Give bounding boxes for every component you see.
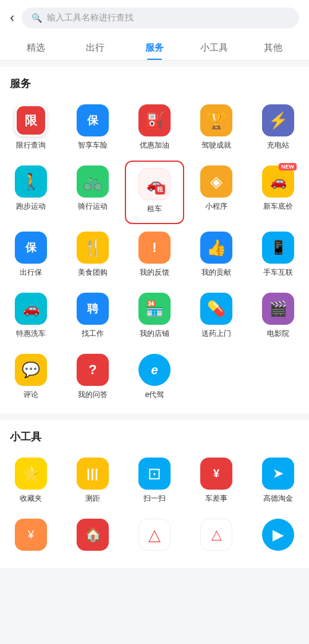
list-item[interactable]: ? 我的问答	[62, 348, 124, 409]
list-item[interactable]: 🚶 跑步运动	[0, 159, 62, 225]
service-label-dianpu: 我的店铺	[140, 328, 169, 339]
search-bar[interactable]: 🔍 输入工具名称进行查找	[22, 7, 299, 28]
service-label-meishi: 美食团购	[78, 267, 108, 278]
service-icon-chexian: 保	[77, 104, 109, 136]
service-icon-fankui: !	[138, 232, 171, 264]
service-label-xiaochengxu: 小程序	[205, 201, 227, 212]
list-item[interactable]: ⭐ 收藏夹	[0, 451, 62, 512]
list-item[interactable]: 🏪 我的店铺	[124, 286, 185, 348]
tool-icon-saoyisao: ⊡	[138, 458, 171, 490]
service-label-xiche: 特惠洗车	[16, 328, 46, 339]
tool-label-ceju: 测距	[85, 493, 100, 504]
list-item[interactable]: 🚲 骑行运动	[62, 159, 124, 225]
service-icon-dianyingyuan: 🎬	[262, 293, 294, 325]
service-icon-edaijia: e	[138, 354, 171, 386]
service-icon-zhaozu: 聘	[77, 293, 109, 325]
header: ‹ 🔍 输入工具名称进行查找	[0, 0, 309, 36]
list-item[interactable]: △	[185, 512, 247, 563]
list-item[interactable]: 🏠	[62, 512, 124, 563]
tool-icon-ceju: |||	[77, 458, 109, 490]
tool-icon-shoucang: ⭐	[15, 458, 47, 490]
service-label-jiayou: 优惠加油	[140, 140, 169, 151]
tool-icon-chachashi: ¥	[200, 458, 232, 490]
list-item[interactable]: ◈ 小程序	[185, 159, 247, 225]
search-icon: 🔍	[32, 13, 42, 23]
service-icon-chuxingbao: 保	[15, 232, 47, 264]
tab-chuxing[interactable]: 出行	[66, 36, 125, 60]
list-item[interactable]: 保 出行保	[0, 225, 62, 286]
service-label-jiashi: 驾驶成就	[201, 140, 231, 151]
service-label-qixing: 骑行运动	[78, 201, 108, 212]
list-item[interactable]: 保 智享车险	[62, 98, 124, 159]
list-item[interactable]: 🍴 美食团购	[62, 225, 124, 286]
service-icon-paobuyundong: 🚶	[15, 165, 47, 198]
service-label-xinchedijia: 新车底价	[263, 201, 293, 212]
tool-icon-item8: △	[200, 519, 232, 551]
list-item[interactable]: 🎬 电影院	[247, 286, 309, 348]
tab-qita[interactable]: 其他	[243, 36, 303, 60]
service-icon-pinglun: 💬	[15, 354, 47, 386]
tab-bar: 精选 出行 服务 小工具 其他	[0, 36, 309, 61]
list-item[interactable]: 📱 手车互联	[247, 225, 309, 286]
service-label-gongxian: 我的贡献	[201, 267, 231, 278]
list-item[interactable]: ¥ 车差事	[185, 451, 247, 512]
tool-icon-item5: ¥	[15, 519, 47, 551]
list-item[interactable]: ! 我的反馈	[124, 225, 185, 286]
service-icon-chongdian: ⚡	[262, 104, 294, 136]
services-section: 服务 限 限行查询 保 智享车险 ⛽ 优惠加油 🏆 驾驶成就 ⚡ 充电站 🚶 跑…	[0, 67, 309, 414]
list-item[interactable]: e e代驾	[124, 348, 185, 409]
tool-label-shoucang: 收藏夹	[20, 493, 42, 504]
service-icon-zuche: 🚗租	[138, 168, 171, 200]
service-label-paobuyundong: 跑步运动	[16, 201, 46, 212]
service-icon-meishi: 🍴	[77, 232, 109, 264]
service-icon-gongxian: 👍	[200, 232, 232, 264]
service-label-dianyingyuan: 电影院	[267, 328, 289, 339]
tab-jingxuan[interactable]: 精选	[6, 36, 66, 60]
tool-icon-item9: ▶	[262, 519, 294, 551]
list-item[interactable]: ⊡ 扫一扫	[124, 451, 185, 512]
tool-icon-item6: 🏠	[77, 519, 109, 551]
list-item[interactable]: 👍 我的贡献	[185, 225, 247, 286]
tool-label-gaodelaojin: 高德淘金	[263, 493, 293, 504]
service-icon-xinchedijia: 🚗 NEW	[262, 165, 294, 198]
tool-icon-gaodelaojin: ➤	[262, 458, 294, 490]
list-item[interactable]: △	[124, 512, 185, 563]
list-item[interactable]: 聘 找工作	[62, 286, 124, 348]
tools-section: 小工具 ⭐ 收藏夹 ||| 测距 ⊡ 扫一扫 ¥ 车差事 ➤ 高德淘金 ¥ 🏠	[0, 420, 309, 568]
list-item[interactable]: ▶	[247, 512, 309, 563]
list-item[interactable]: ||| 测距	[62, 451, 124, 512]
list-item[interactable]: ⛽ 优惠加油	[124, 98, 185, 159]
list-item[interactable]: 💊 送药上门	[185, 286, 247, 348]
list-item[interactable]: ➤ 高德淘金	[247, 451, 309, 512]
tools-grid: ⭐ 收藏夹 ||| 测距 ⊡ 扫一扫 ¥ 车差事 ➤ 高德淘金 ¥ 🏠 △	[0, 451, 309, 563]
tool-label-saoyisao: 扫一扫	[143, 493, 166, 504]
service-icon-shouche: 📱	[262, 232, 294, 264]
service-icon-dianpu: 🏪	[138, 293, 171, 325]
tab-fuwu[interactable]: 服务	[125, 36, 184, 60]
tab-xiaogongju[interactable]: 小工具	[184, 36, 243, 60]
list-item[interactable]: 🚗租 租车	[125, 161, 184, 224]
back-button[interactable]: ‹	[10, 10, 14, 26]
list-item[interactable]: 🚗 NEW 新车底价	[247, 159, 309, 225]
service-icon-xianhang: 限	[15, 104, 47, 136]
service-label-chongdian: 充电站	[267, 140, 289, 151]
service-label-chexian: 智享车险	[78, 140, 108, 151]
service-label-fankui: 我的反馈	[140, 267, 169, 278]
service-label-zhaozu: 找工作	[82, 328, 104, 339]
tool-label-chachashi: 车差事	[205, 493, 227, 504]
list-item[interactable]: ⚡ 充电站	[247, 98, 309, 159]
service-icon-songyao: 💊	[200, 293, 232, 325]
list-item[interactable]: ¥	[0, 512, 62, 563]
service-icon-xiaochengxu: ◈	[200, 165, 232, 198]
list-item[interactable]: 🚗 特惠洗车	[0, 286, 62, 348]
list-item[interactable]: 限 限行查询	[0, 98, 62, 159]
tool-icon-item7: △	[138, 519, 171, 551]
search-placeholder: 输入工具名称进行查找	[47, 12, 133, 23]
service-label-songyao: 送药上门	[201, 328, 231, 339]
service-label-wenda: 我的问答	[78, 390, 108, 400]
service-label-xianhang: 限行查询	[16, 140, 46, 151]
service-label-edaijia: e代驾	[145, 390, 164, 400]
service-icon-jiayou: ⛽	[138, 104, 171, 136]
list-item[interactable]: 💬 评论	[0, 348, 62, 409]
list-item[interactable]: 🏆 驾驶成就	[185, 98, 247, 159]
